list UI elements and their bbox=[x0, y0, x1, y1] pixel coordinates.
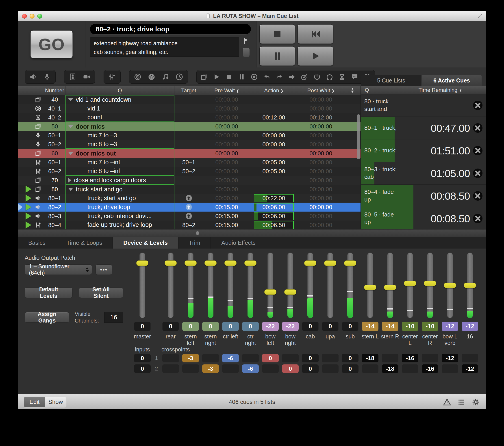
tab-6-active-cues[interactable]: 6 Active Cues bbox=[422, 75, 482, 86]
channel-level-value[interactable]: -22 bbox=[262, 321, 279, 331]
crosspoint-cell[interactable] bbox=[222, 364, 239, 373]
crosspoint-cell[interactable]: -3 bbox=[182, 354, 199, 362]
fader-thumb[interactable] bbox=[284, 289, 296, 295]
cue-row-60[interactable]: 60door mics out00:00.0000:00.00 bbox=[18, 149, 360, 158]
cue-target-cell[interactable] bbox=[174, 176, 203, 185]
column-header-target[interactable]: Target bbox=[174, 86, 203, 95]
crosspoint-cell[interactable] bbox=[162, 354, 179, 362]
crosspoint-cell[interactable]: 0 bbox=[302, 364, 319, 373]
fader-thumb[interactable] bbox=[224, 260, 236, 266]
transport-stop-button[interactable] bbox=[260, 24, 295, 44]
cue-action-cell[interactable]: 00:06.00 bbox=[250, 212, 297, 221]
time-remaining-column-header[interactable]: Time Remaining bbox=[419, 87, 458, 93]
expander-open-icon[interactable] bbox=[68, 125, 73, 128]
channel-level-value[interactable]: -14 bbox=[382, 321, 398, 331]
toolbar-redo-button[interactable] bbox=[275, 73, 283, 81]
crosspoint-cell[interactable] bbox=[202, 354, 219, 362]
toolbar-record-button[interactable] bbox=[251, 73, 258, 81]
crosspoint-cell[interactable]: 0 bbox=[134, 354, 151, 362]
cue-pre-cell[interactable]: 00:15.00 bbox=[203, 221, 250, 230]
cue-action-cell[interactable]: 00:06.00 bbox=[250, 203, 297, 212]
cue-row-80–2[interactable]: 80–2truck; drive loop00:15.0000:06.0000:… bbox=[18, 203, 360, 212]
cue-post-cell[interactable]: 00:00.00 bbox=[297, 131, 344, 140]
fader-thumb[interactable] bbox=[464, 283, 476, 288]
cue-row-80–3[interactable]: 80–3truck; cab interior drivi...00:15.00… bbox=[18, 212, 360, 221]
toolbar-chat-button[interactable] bbox=[351, 73, 359, 81]
vertical-scrollbar[interactable] bbox=[357, 97, 360, 227]
visible-channels-value[interactable]: 16 bbox=[104, 312, 123, 323]
channel-fader[interactable] bbox=[201, 252, 220, 319]
crosspoint-cell[interactable]: -18 bbox=[382, 364, 398, 373]
cue-pre-cell[interactable]: 00:00.00 bbox=[203, 167, 250, 176]
toolbar-play-button[interactable] bbox=[213, 73, 220, 81]
cue-name-cell[interactable]: truck; start and go bbox=[66, 194, 174, 203]
cue-target-cell[interactable]: 50–2 bbox=[174, 167, 203, 176]
audio-output-patch-select[interactable]: 1 – Soundflower (64ch) bbox=[25, 265, 92, 275]
channel-fader[interactable] bbox=[361, 252, 379, 319]
cue-number-cell[interactable]: 40–1 bbox=[44, 104, 66, 113]
stop-cue-button[interactable] bbox=[473, 191, 483, 201]
resize-icon[interactable] bbox=[477, 13, 483, 19]
crosspoint-cell[interactable]: -6 bbox=[222, 354, 239, 362]
cue-pre-cell[interactable]: 00:00.00 bbox=[203, 149, 250, 158]
cue-pre-cell[interactable]: 00:00.00 bbox=[203, 95, 250, 104]
inspector-tab-device-levels[interactable]: Device & Levels bbox=[113, 237, 179, 249]
cue-action-cell[interactable]: 00:06.50 bbox=[250, 221, 297, 230]
inspector-tab-basics[interactable]: Basics bbox=[18, 237, 56, 249]
cue-pre-cell[interactable]: 00:00.00 bbox=[203, 176, 250, 185]
crosspoint-cell[interactable] bbox=[362, 364, 378, 373]
cue-row-40–2[interactable]: 40–2count00:00.0000:12.0000:12.00 bbox=[18, 113, 360, 122]
statusbar-gear-button[interactable] bbox=[472, 398, 480, 406]
inspector-tab-audio-effects[interactable]: Audio Effects bbox=[211, 237, 266, 249]
channel-level-value[interactable]: -12 bbox=[462, 321, 478, 331]
cue-target-cell[interactable] bbox=[174, 194, 203, 203]
cue-pre-cell[interactable]: 00:15.00 bbox=[203, 203, 250, 212]
cue-action-cell[interactable] bbox=[250, 176, 297, 185]
horizontal-scrollbar-thumb[interactable] bbox=[196, 231, 199, 235]
cue-name-cell[interactable]: door mics out bbox=[66, 149, 174, 158]
cue-action-cell[interactable]: 00:00.00 bbox=[250, 131, 297, 140]
cue-name-cell[interactable]: mic 8 to –inf bbox=[66, 167, 174, 176]
crosspoint-cell[interactable]: 0 bbox=[302, 354, 319, 362]
channel-fader[interactable] bbox=[321, 252, 340, 319]
channel-level-value[interactable]: 0 bbox=[342, 321, 359, 331]
fader-thumb[interactable] bbox=[324, 260, 336, 266]
crosspoint-cell[interactable] bbox=[182, 364, 199, 373]
cue-target-cell[interactable] bbox=[174, 95, 203, 104]
cue-post-cell[interactable]: 00:00.00 bbox=[297, 158, 344, 167]
cue-name-cell[interactable]: mic 8 to –3 bbox=[66, 140, 174, 149]
cue-number-cell[interactable]: 80–4 bbox=[44, 221, 66, 230]
cue-name-cell[interactable]: vid 1 and countdown bbox=[66, 95, 174, 104]
toolbar-film-button[interactable] bbox=[69, 73, 76, 81]
column-header-action[interactable]: Action› bbox=[250, 86, 297, 95]
crosspoint-cell[interactable]: -12 bbox=[442, 354, 458, 362]
channel-level-value[interactable]: 0 bbox=[222, 321, 239, 331]
stop-cue-button[interactable] bbox=[473, 168, 483, 178]
active-cue-row[interactable]: 80–3 · truck; cab01:05.00 bbox=[361, 162, 486, 185]
cue-post-cell[interactable]: 00:00.00 bbox=[297, 122, 344, 131]
cue-pre-cell[interactable]: 00:00.00 bbox=[203, 158, 250, 167]
crosspoint-cell[interactable]: 0 bbox=[282, 364, 299, 373]
cue-target-cell[interactable] bbox=[174, 122, 203, 131]
channel-fader[interactable] bbox=[133, 252, 152, 319]
cue-number-cell[interactable]: 40–2 bbox=[44, 113, 66, 122]
toolbar-clock-button[interactable] bbox=[176, 73, 183, 81]
crosspoint-cell[interactable]: 0 bbox=[342, 364, 359, 373]
channel-fader[interactable] bbox=[162, 252, 180, 319]
crosspoint-cell[interactable] bbox=[322, 364, 339, 373]
toolbar-pause-button[interactable] bbox=[238, 73, 246, 81]
toolbar-arrow-right-button[interactable] bbox=[288, 73, 296, 81]
toolbar-group-button[interactable] bbox=[200, 73, 208, 81]
cue-target-cell[interactable] bbox=[174, 131, 203, 140]
cue-target-cell[interactable]: 50–1 bbox=[174, 158, 203, 167]
inspector-tab-time-loops[interactable]: Time & Loops bbox=[56, 237, 113, 249]
cue-post-cell[interactable]: 00:00.00 bbox=[297, 194, 344, 203]
column-collapse-right-arrow[interactable]: › bbox=[281, 86, 283, 95]
fader-thumb[interactable] bbox=[244, 260, 256, 266]
fader-thumb[interactable] bbox=[204, 260, 216, 266]
transport-rewind-button[interactable] bbox=[298, 24, 333, 44]
cue-pre-cell[interactable]: 00:00.00 bbox=[203, 140, 250, 149]
cue-number-cell[interactable]: 60–2 bbox=[44, 167, 66, 176]
cue-number-cell[interactable]: 50 bbox=[44, 122, 66, 131]
cue-row-50–2[interactable]: 50–2mic 8 to –300:00.0000:00.0000:00.00 bbox=[18, 140, 360, 149]
